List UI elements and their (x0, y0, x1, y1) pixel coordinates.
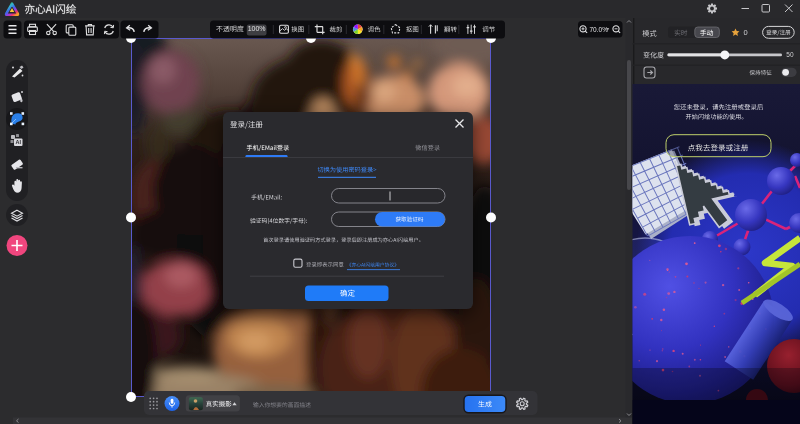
svg-text:100%: 100% (248, 25, 266, 32)
svg-text:0: 0 (744, 28, 748, 37)
svg-text:70.0%: 70.0% (590, 26, 609, 33)
svg-text:AI: AI (15, 139, 21, 145)
svg-text:50: 50 (786, 51, 794, 58)
